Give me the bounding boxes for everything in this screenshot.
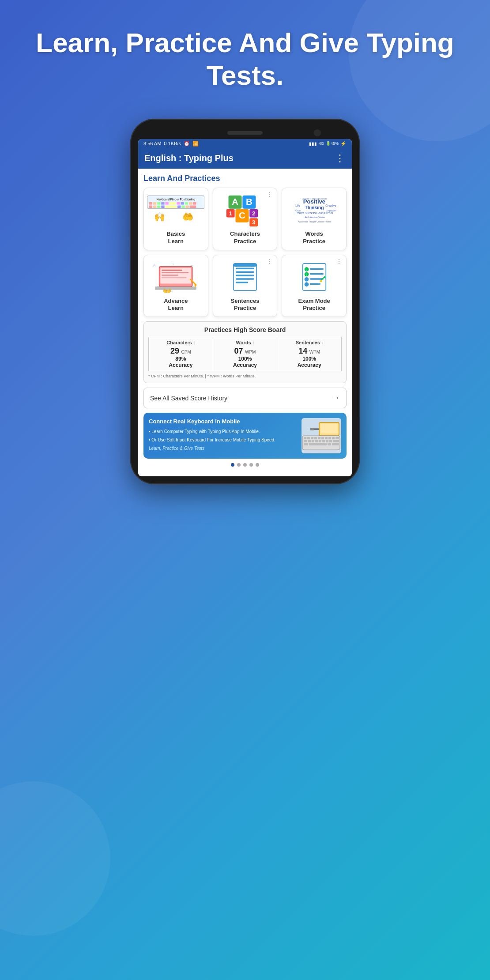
- dot-1: [231, 463, 234, 467]
- characters-practice-card[interactable]: ⋮ A B C: [213, 188, 278, 250]
- svg-rect-102: [322, 440, 325, 442]
- connect-bullet-2: • Or Use Soft Input Keyboard For Increas…: [149, 437, 297, 443]
- menu-button[interactable]: ⋮: [335, 153, 346, 164]
- svg-rect-90: [314, 437, 317, 439]
- connect-card-left: Connect Real Keyboard in Mobile • Learn …: [149, 418, 297, 453]
- status-right: ▮▮▮ 4G 🔋45% ⚡: [309, 141, 347, 147]
- svg-rect-14: [153, 206, 156, 208]
- characters-practice-label: CharactersPractice: [230, 230, 260, 245]
- svg-rect-2: [149, 202, 152, 205]
- svg-rect-104: [329, 440, 332, 442]
- status-bar: 8:56 AM 0.1KB/s ⏰ 📶 ▮▮▮ 4G 🔋45% ⚡: [138, 139, 352, 148]
- words-practice-card[interactable]: Dream Faith Optimism Positive Thinking P…: [282, 188, 347, 250]
- svg-rect-7: [170, 202, 176, 205]
- svg-text:Positive: Positive: [303, 199, 325, 205]
- svg-rect-21: [190, 206, 196, 208]
- exam-mode-image: ✓ ✓: [286, 260, 343, 295]
- phone-wrapper: 8:56 AM 0.1KB/s ⏰ 📶 ▮▮▮ 4G 🔋45% ⚡ Englis…: [130, 119, 360, 869]
- svg-text:✓: ✓: [305, 273, 308, 276]
- hero-title: Learn, Practice And Give Typing Tests.: [0, 26, 490, 92]
- svg-rect-5: [161, 202, 164, 205]
- svg-rect-12: [193, 202, 196, 205]
- svg-text:✓: ✓: [305, 268, 308, 271]
- dot-2: [237, 463, 241, 467]
- words-accuracy: 100% Accuracy: [215, 356, 275, 368]
- characters-menu-icon[interactable]: ⋮: [267, 191, 273, 198]
- svg-rect-100: [315, 440, 318, 442]
- svg-rect-98: [308, 440, 311, 442]
- see-all-score-button[interactable]: See All Saved Score History →: [143, 388, 347, 408]
- svg-rect-20: [185, 206, 188, 208]
- svg-rect-97: [304, 440, 307, 442]
- svg-rect-63: [236, 271, 254, 273]
- svg-rect-67: [234, 264, 257, 267]
- svg-rect-99: [312, 440, 314, 442]
- exam-mode-card[interactable]: ⋮ ✓ ✓: [282, 255, 347, 317]
- words-practice-label: WordsPractice: [303, 230, 325, 245]
- svg-text:🙌: 🙌: [154, 212, 166, 223]
- svg-rect-56: [162, 277, 186, 279]
- basics-learn-image: Keyboard Finger Positioning: [147, 192, 204, 228]
- svg-rect-92: [321, 437, 324, 439]
- svg-rect-55: [162, 275, 178, 276]
- svg-point-75: [305, 277, 309, 281]
- svg-text:Awareness Thought Creative Pow: Awareness Thought Creative Power: [298, 221, 331, 223]
- svg-text:1: 1: [229, 210, 232, 217]
- status-clock-icon: ⏰: [184, 141, 190, 147]
- svg-rect-108: [328, 443, 331, 445]
- screen-content: Learn And Practices Keyboard Finger Posi…: [138, 169, 352, 477]
- see-all-arrow-icon: →: [332, 393, 340, 403]
- score-board-title: Practices High Score Board: [148, 326, 342, 333]
- phone-speaker: [227, 131, 263, 135]
- svg-rect-11: [189, 202, 192, 205]
- svg-rect-62: [236, 268, 254, 270]
- characters-value: 29 CPM: [151, 347, 211, 356]
- svg-text:Thinking: Thinking: [305, 205, 324, 210]
- svg-rect-66: [236, 282, 248, 283]
- svg-rect-9: [181, 202, 184, 205]
- svg-rect-19: [181, 206, 185, 208]
- svg-text:2: 2: [252, 210, 255, 217]
- svg-rect-83: [320, 424, 338, 433]
- words-practice-image: Dream Faith Optimism Positive Thinking P…: [286, 192, 343, 228]
- app-title: English : Typing Plus: [144, 153, 234, 163]
- learn-section-title: Learn And Practices: [143, 174, 347, 183]
- svg-rect-74: [309, 273, 324, 275]
- score-columns: Characters : 29 CPM 89% Accuracy Wo: [148, 337, 342, 371]
- svg-rect-15: [157, 206, 160, 208]
- sentences-practice-card[interactable]: ⋮: [213, 255, 278, 317]
- cards-grid: Keyboard Finger Positioning: [143, 188, 347, 317]
- svg-rect-78: [309, 283, 320, 285]
- svg-text:Empower: Empower: [325, 210, 336, 212]
- network-icon: 4G: [319, 141, 324, 146]
- exam-menu-icon[interactable]: ⋮: [336, 258, 343, 265]
- svg-rect-85: [310, 428, 314, 430]
- characters-accuracy: 89% Accuracy: [151, 356, 211, 368]
- words-value: 07 WPM: [215, 347, 275, 356]
- svg-text:Creative: Creative: [325, 204, 336, 207]
- svg-text:Keyboard Finger Positioning: Keyboard Finger Positioning: [156, 198, 195, 202]
- basics-learn-card[interactable]: Keyboard Finger Positioning: [143, 188, 208, 250]
- svg-rect-10: [185, 202, 188, 205]
- svg-rect-64: [236, 275, 254, 276]
- svg-text:B: B: [246, 197, 253, 207]
- advance-learn-card[interactable]: A R N B T: [143, 255, 208, 317]
- svg-rect-91: [318, 437, 320, 439]
- sentences-menu-icon[interactable]: ⋮: [267, 258, 273, 265]
- phone-notch-area: [138, 127, 352, 139]
- score-board: Practices High Score Board Characters : …: [143, 321, 347, 383]
- svg-rect-65: [236, 278, 254, 280]
- svg-rect-95: [332, 437, 335, 439]
- sentences-accuracy: 100% Accuracy: [279, 356, 339, 368]
- sentences-value: 14 WPM: [279, 347, 339, 356]
- svg-rect-96: [335, 437, 339, 439]
- svg-rect-4: [157, 202, 160, 205]
- svg-rect-8: [177, 202, 180, 205]
- svg-rect-3: [153, 202, 156, 205]
- signal-icon: ▮▮▮: [309, 141, 317, 146]
- see-all-label: See All Saved Score History: [150, 395, 227, 402]
- score-footnote: * CPM : Characters Per Minute. | * WPM :…: [148, 374, 342, 378]
- svg-rect-107: [309, 443, 327, 445]
- svg-rect-54: [162, 272, 188, 273]
- svg-rect-103: [326, 440, 328, 442]
